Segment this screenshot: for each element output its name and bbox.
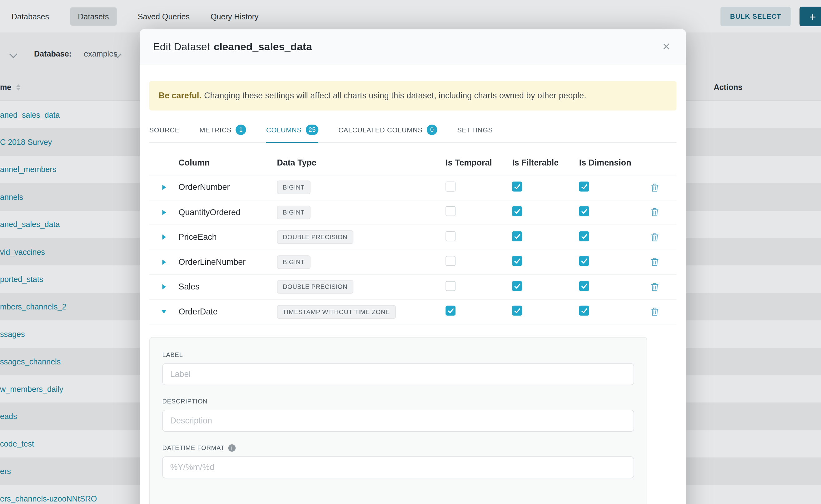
modal-header: Edit Dataset cleaned_sales_data ✕	[140, 29, 686, 64]
column-editor-panel: LABEL DESCRIPTION DATETIME FORMAT i	[149, 337, 647, 504]
trash-icon[interactable]	[651, 258, 659, 266]
is-temporal-checkbox[interactable]	[446, 281, 456, 291]
is-temporal-checkbox[interactable]	[446, 181, 456, 191]
column-row-sales: SalesDOUBLE PRECISION	[149, 275, 677, 300]
tab-label: CALCULATED COLUMNS	[338, 126, 423, 134]
trash-icon[interactable]	[651, 233, 659, 241]
edit-dataset-modal: Edit Dataset cleaned_sales_data ✕ Be car…	[140, 29, 686, 504]
is-filterable-checkbox[interactable]	[512, 206, 522, 216]
tab-settings[interactable]: SETTINGS	[457, 118, 493, 142]
tab-count-badge: 25	[306, 125, 318, 135]
column-name: OrderDate	[179, 307, 277, 316]
datetime-format-label-text: DATETIME FORMAT	[162, 444, 225, 452]
modal-title-dataset-name: cleaned_sales_data	[214, 41, 312, 53]
label-field-group: LABEL	[162, 351, 634, 385]
caret-right-icon[interactable]	[162, 284, 166, 289]
is-filterable-checkbox[interactable]	[512, 181, 522, 191]
is-dimension-checkbox[interactable]	[579, 281, 589, 291]
column-row-orderdate: OrderDateTIMESTAMP WITHOUT TIME ZONE	[149, 300, 677, 325]
description-field-group: DESCRIPTION	[162, 398, 634, 432]
trash-icon[interactable]	[651, 183, 659, 192]
tab-label: SOURCE	[149, 126, 180, 134]
description-field-label: DESCRIPTION	[162, 398, 634, 405]
data-type-pill: DOUBLE PRECISION	[277, 280, 353, 294]
datetime-format-input[interactable]	[162, 456, 634, 478]
is-dimension-checkbox[interactable]	[579, 231, 589, 241]
description-input[interactable]	[162, 410, 634, 432]
is-temporal-checkbox[interactable]	[446, 306, 456, 316]
modal-tabs: SOURCEMETRICS1COLUMNS25CALCULATED COLUMN…	[149, 118, 677, 143]
is-dimension-checkbox[interactable]	[579, 256, 589, 266]
label-field-label-text: LABEL	[162, 351, 183, 358]
trash-icon[interactable]	[651, 208, 659, 217]
tab-columns[interactable]: COLUMNS25	[266, 118, 319, 143]
is-dimension-checkbox[interactable]	[579, 206, 589, 216]
columns-table-header: ColumnData TypeIs TemporalIs FilterableI…	[149, 149, 677, 175]
tab-metrics[interactable]: METRICS1	[200, 118, 246, 142]
column-name: OrderLineNumber	[179, 257, 277, 267]
caret-right-icon[interactable]	[162, 185, 166, 190]
column-name: OrderNumber	[179, 183, 277, 192]
info-icon: i	[228, 444, 235, 452]
is-temporal-checkbox[interactable]	[446, 231, 456, 241]
column-header-is-temporal: Is Temporal	[446, 158, 512, 167]
caret-right-icon[interactable]	[162, 235, 166, 240]
data-type-pill: DOUBLE PRECISION	[277, 230, 353, 244]
columns-table: OrderNumberBIGINTQuantityOrderedBIGINTPr…	[149, 175, 677, 324]
data-type-pill: TIMESTAMP WITHOUT TIME ZONE	[277, 305, 396, 319]
caret-right-icon[interactable]	[162, 210, 166, 215]
column-row-ordernumber: OrderNumberBIGINT	[149, 175, 677, 200]
column-row-orderlinenumber: OrderLineNumberBIGINT	[149, 250, 677, 275]
tab-count-badge: 0	[427, 125, 438, 135]
column-row-quantityordered: QuantityOrderedBIGINT	[149, 200, 677, 225]
column-name: PriceEach	[179, 233, 277, 242]
label-input[interactable]	[162, 363, 634, 385]
column-header-is-filterable: Is Filterable	[512, 158, 579, 167]
datetime-format-field-label: DATETIME FORMAT i	[162, 444, 634, 452]
app: DatabasesDatasetsSaved QueriesQuery Hist…	[0, 0, 821, 504]
trash-icon[interactable]	[651, 307, 659, 316]
tab-label: SETTINGS	[457, 126, 493, 134]
tab-label: METRICS	[200, 126, 232, 134]
data-type-pill: BIGINT	[277, 205, 310, 219]
column-header-column: Column	[179, 158, 277, 167]
tab-source[interactable]: SOURCE	[149, 118, 180, 142]
column-row-priceeach: PriceEachDOUBLE PRECISION	[149, 225, 677, 250]
tab-label: COLUMNS	[266, 126, 302, 134]
is-dimension-checkbox[interactable]	[579, 181, 589, 191]
column-header-data-type: Data Type	[277, 158, 446, 167]
is-filterable-checkbox[interactable]	[512, 306, 522, 316]
column-name: Sales	[179, 282, 277, 292]
is-temporal-checkbox[interactable]	[446, 256, 456, 266]
label-field-label: LABEL	[162, 351, 634, 358]
modal-body: Be careful.Changing these settings will …	[140, 64, 686, 504]
trash-icon[interactable]	[651, 283, 659, 291]
data-type-pill: BIGINT	[277, 255, 310, 269]
tab-count-badge: 1	[236, 125, 246, 135]
caret-down-icon[interactable]	[161, 310, 166, 314]
is-filterable-checkbox[interactable]	[512, 256, 522, 266]
tab-calculated-columns[interactable]: CALCULATED COLUMNS0	[338, 118, 437, 142]
is-filterable-checkbox[interactable]	[512, 231, 522, 241]
is-dimension-checkbox[interactable]	[579, 306, 589, 316]
column-name: QuantityOrdered	[179, 208, 277, 217]
modal-title: Edit Dataset	[153, 41, 210, 53]
column-header-is-dimension: Is Dimension	[579, 158, 644, 167]
close-icon[interactable]: ✕	[660, 38, 673, 55]
caret-right-icon[interactable]	[162, 259, 166, 265]
description-field-label-text: DESCRIPTION	[162, 398, 208, 405]
warning-banner: Be careful.Changing these settings will …	[149, 81, 677, 111]
data-type-pill: BIGINT	[277, 181, 310, 195]
warning-banner-text: Changing these settings will affect all …	[204, 91, 586, 100]
datetime-format-field-group: DATETIME FORMAT i	[162, 444, 634, 478]
is-filterable-checkbox[interactable]	[512, 281, 522, 291]
warning-banner-bold: Be careful.	[159, 91, 201, 100]
is-temporal-checkbox[interactable]	[446, 206, 456, 216]
